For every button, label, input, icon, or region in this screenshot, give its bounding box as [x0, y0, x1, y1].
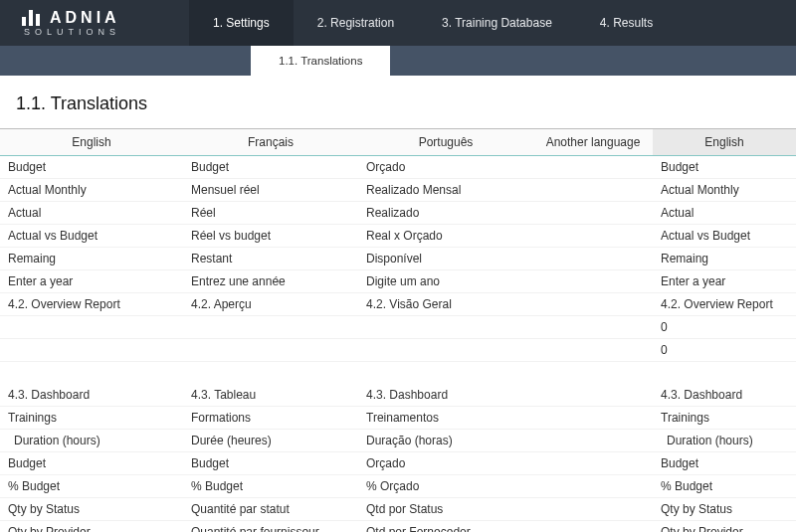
table-cell[interactable] [533, 156, 653, 179]
table-cell[interactable]: Durée (heures) [183, 430, 358, 452]
table-cell[interactable]: Digite um ano [358, 270, 533, 293]
table-cell[interactable]: Trainings [0, 407, 183, 430]
brand: ADNIA SOLUTIONS [0, 0, 189, 46]
table-cell[interactable]: 4.2. Aperçu [183, 293, 358, 316]
table-row: TrainingsFormationsTreinamentosTrainings [0, 407, 796, 430]
table-cell[interactable]: Qty by Provider [653, 521, 796, 533]
table-cell[interactable]: Duration (hours) [653, 430, 796, 452]
table-cell[interactable] [183, 316, 358, 339]
table-cell[interactable] [533, 407, 653, 430]
table-cell[interactable]: 4.3. Dashboard [358, 384, 533, 407]
table-cell[interactable]: Budget [183, 452, 358, 475]
table-cell[interactable]: % Orçado [358, 475, 533, 498]
table-cell[interactable]: Real x Orçado [358, 225, 533, 248]
table-cell[interactable] [533, 225, 653, 248]
table-cell[interactable]: Budget [0, 156, 183, 179]
table-cell[interactable]: Quantité par statut [183, 498, 358, 521]
table-cell[interactable]: Budget [653, 156, 796, 179]
table-cell[interactable]: % Budget [653, 475, 796, 498]
table-cell[interactable]: Realizado [358, 202, 533, 225]
table-cell[interactable]: Actual vs Budget [0, 225, 183, 248]
tab-3-training-database[interactable]: 3. Training Database [418, 0, 576, 46]
table-cell[interactable] [533, 430, 653, 452]
table-cell[interactable]: Entrez une année [183, 270, 358, 293]
table-cell[interactable]: Duração (horas) [358, 430, 533, 452]
table-cell[interactable]: Qtd por Status [358, 498, 533, 521]
table-row: 4.2. Overview Report4.2. Aperçu4.2. Visã… [0, 293, 796, 316]
table-cell[interactable] [358, 316, 533, 339]
table-cell[interactable] [183, 339, 358, 362]
subtab-translations[interactable]: 1.1. Translations [251, 46, 390, 76]
tab-1-settings[interactable]: 1. Settings [189, 0, 294, 46]
table-cell[interactable]: 4.3. Dashboard [0, 384, 183, 407]
table-cell[interactable]: Actual [653, 202, 796, 225]
table-cell[interactable]: % Budget [183, 475, 358, 498]
table-cell[interactable] [533, 339, 653, 362]
table-cell[interactable]: Restant [183, 248, 358, 270]
app-header: ADNIA SOLUTIONS 1. Settings2. Registrati… [0, 0, 796, 46]
table-cell[interactable]: Actual [0, 202, 183, 225]
table-cell[interactable]: Enter a year [653, 270, 796, 293]
table-cell[interactable]: Réel vs budget [183, 225, 358, 248]
table-cell[interactable]: Budget [0, 452, 183, 475]
table-cell[interactable]: 4.3. Tableau [183, 384, 358, 407]
table-cell[interactable] [358, 339, 533, 362]
subheader-spacer [0, 46, 251, 76]
table-cell[interactable]: 4.3. Dashboard [653, 384, 796, 407]
table-cell[interactable]: Treinamentos [358, 407, 533, 430]
table-cell[interactable]: Quantité par fournisseur [183, 521, 358, 533]
table-row: RemaingRestantDisponívelRemaing [0, 248, 796, 270]
brand-subtitle: SOLUTIONS [24, 27, 189, 37]
table-cell[interactable]: Qty by Provider [0, 521, 183, 533]
table-cell[interactable]: Trainings [653, 407, 796, 430]
table-cell[interactable]: 0 [653, 339, 796, 362]
column-header: English [653, 129, 796, 156]
table-cell[interactable]: 4.2. Overview Report [653, 293, 796, 316]
table-cell[interactable] [533, 521, 653, 533]
table-cell[interactable]: 4.2. Visão Geral [358, 293, 533, 316]
table-cell[interactable] [533, 248, 653, 270]
table-cell[interactable]: Orçado [358, 452, 533, 475]
table-row: Actual MonthlyMensuel réelRealizado Mens… [0, 179, 796, 202]
table-cell[interactable]: Realizado Mensal [358, 179, 533, 202]
table-cell[interactable] [533, 179, 653, 202]
table-cell[interactable]: 0 [653, 316, 796, 339]
table-cell[interactable]: Enter a year [0, 270, 183, 293]
table-cell[interactable]: Remaing [653, 248, 796, 270]
table-cell[interactable] [0, 339, 183, 362]
table-cell[interactable] [533, 316, 653, 339]
table-cell[interactable]: Budget [183, 156, 358, 179]
table-cell[interactable]: Réel [183, 202, 358, 225]
table-cell[interactable]: Actual Monthly [653, 179, 796, 202]
table-cell[interactable]: Actual Monthly [0, 179, 183, 202]
table-cell[interactable]: Qtd por Fornecedor [358, 521, 533, 533]
table-cell[interactable]: Orçado [358, 156, 533, 179]
table-row: Duration (hours)Durée (heures)Duração (h… [0, 430, 796, 452]
sub-header: 1.1. Translations [0, 46, 796, 76]
table-cell[interactable]: Remaing [0, 248, 183, 270]
table-row: % Budget% Budget% Orçado% Budget [0, 475, 796, 498]
table-cell[interactable]: 4.2. Overview Report [0, 293, 183, 316]
table-cell[interactable] [533, 475, 653, 498]
table-cell[interactable] [533, 270, 653, 293]
table-cell[interactable] [533, 384, 653, 407]
table-cell[interactable]: Formations [183, 407, 358, 430]
table-cell[interactable] [533, 202, 653, 225]
table-row: BudgetBudgetOrçadoBudget [0, 452, 796, 475]
table-cell[interactable]: Qty by Status [653, 498, 796, 521]
table-cell[interactable]: Actual vs Budget [653, 225, 796, 248]
tab-4-results[interactable]: 4. Results [576, 0, 677, 46]
column-header: Français [183, 129, 358, 156]
tab-2-registration[interactable]: 2. Registration [294, 0, 418, 46]
table-cell[interactable] [533, 452, 653, 475]
table-cell[interactable]: Duration (hours) [0, 430, 183, 452]
table-cell[interactable]: Qty by Status [0, 498, 183, 521]
table-cell[interactable]: Budget [653, 452, 796, 475]
table-cell[interactable]: Disponível [358, 248, 533, 270]
table-cell[interactable] [533, 293, 653, 316]
column-header: English [0, 129, 183, 156]
table-cell[interactable] [533, 498, 653, 521]
table-cell[interactable]: % Budget [0, 475, 183, 498]
table-cell[interactable] [0, 316, 183, 339]
table-cell[interactable]: Mensuel réel [183, 179, 358, 202]
